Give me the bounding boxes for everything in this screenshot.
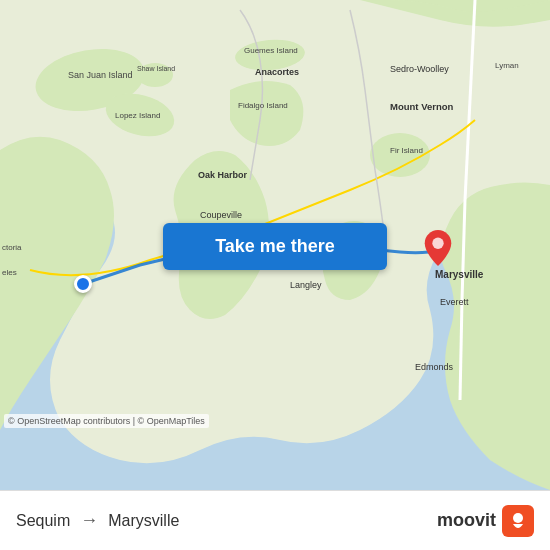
- svg-text:Anacortes: Anacortes: [255, 67, 299, 77]
- svg-text:Langley: Langley: [290, 280, 322, 290]
- svg-line-9: [460, 300, 462, 400]
- route-info: Sequim → Marysville: [16, 510, 437, 531]
- svg-text:Fir Island: Fir Island: [390, 146, 423, 155]
- take-me-there-button[interactable]: Take me there: [163, 223, 387, 270]
- moovit-text: moovit: [437, 510, 496, 531]
- svg-text:Coupeville: Coupeville: [200, 210, 242, 220]
- svg-text:Sedro-Woolley: Sedro-Woolley: [390, 64, 449, 74]
- destination-marker: [424, 230, 452, 266]
- moovit-icon: [502, 505, 534, 537]
- destination-label: Marysville: [108, 512, 179, 530]
- svg-text:eles: eles: [2, 268, 17, 277]
- svg-text:Everett: Everett: [440, 297, 469, 307]
- svg-text:Mount Vernon: Mount Vernon: [390, 101, 454, 112]
- moovit-logo: moovit: [437, 505, 534, 537]
- map-attribution: © OpenStreetMap contributors | © OpenMap…: [4, 414, 209, 428]
- bottom-bar: Sequim → Marysville moovit: [0, 490, 550, 550]
- svg-text:Fidalgo Island: Fidalgo Island: [238, 101, 288, 110]
- origin-label: Sequim: [16, 512, 70, 530]
- svg-text:Lopez Island: Lopez Island: [115, 111, 160, 120]
- svg-text:ctoria: ctoria: [2, 243, 22, 252]
- arrow-icon: →: [80, 510, 98, 531]
- svg-point-5: [370, 133, 430, 177]
- svg-text:Lyman: Lyman: [495, 61, 519, 70]
- svg-text:Shaw Island: Shaw Island: [137, 65, 175, 72]
- svg-text:Oak Harbor: Oak Harbor: [198, 170, 248, 180]
- svg-point-29: [513, 513, 523, 523]
- origin-marker: [74, 275, 92, 293]
- svg-text:Marysville: Marysville: [435, 269, 484, 280]
- svg-text:Guemes Island: Guemes Island: [244, 46, 298, 55]
- svg-text:San Juan Island: San Juan Island: [68, 70, 133, 80]
- svg-point-28: [432, 238, 443, 249]
- svg-text:Edmonds: Edmonds: [415, 362, 454, 372]
- map-container: San Juan Island Shaw Island Lopez Island…: [0, 0, 550, 490]
